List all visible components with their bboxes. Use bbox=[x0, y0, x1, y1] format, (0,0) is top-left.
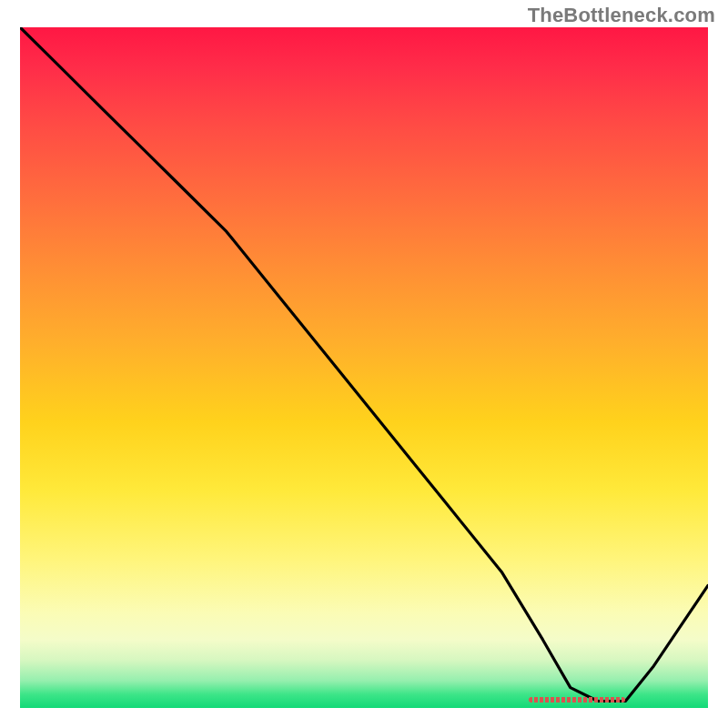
chart-area bbox=[20, 27, 708, 708]
chart-dashed-marker bbox=[529, 697, 625, 703]
chart-plot bbox=[20, 27, 708, 708]
chart-line-curve bbox=[20, 27, 708, 708]
watermark-text: TheBottleneck.com bbox=[528, 4, 715, 27]
